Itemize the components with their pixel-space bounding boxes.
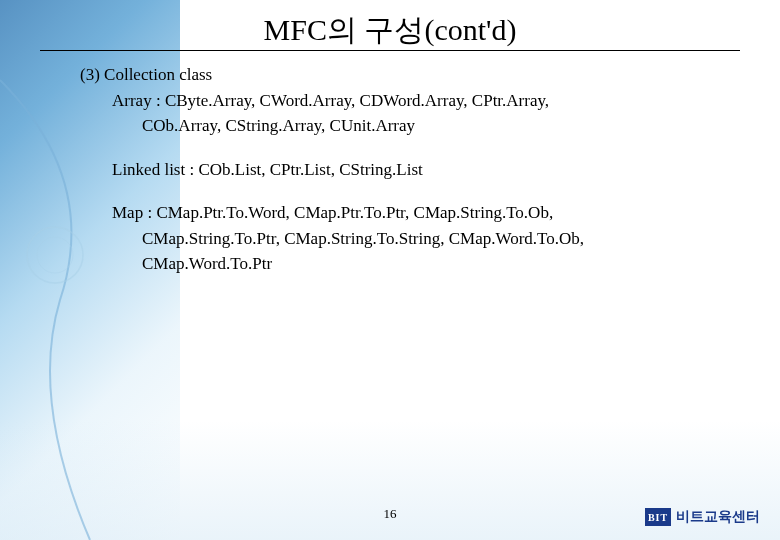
map-label: Map : [112, 203, 152, 222]
map-items-2: CMap.String.To.Ptr, CMap.String.To.Strin… [142, 226, 760, 252]
footer-logo: BIT 비트교육센터 [645, 508, 760, 526]
slide-title: MFC의 구성(cont'd) [0, 10, 780, 51]
map-line-1: Map : CMap.Ptr.To.Word, CMap.Ptr.To.Ptr,… [112, 200, 760, 226]
section-heading-text: Collection class [104, 65, 212, 84]
array-items-2: COb.Array, CString.Array, CUnit.Array [142, 113, 760, 139]
map-items-3: CMap.Word.To.Ptr [142, 251, 760, 277]
map-items-1: CMap.Ptr.To.Word, CMap.Ptr.To.Ptr, CMap.… [156, 203, 553, 222]
title-underline [40, 50, 740, 51]
section-heading: (3) Collection class [80, 62, 760, 88]
array-items-1: CByte.Array, CWord.Array, CDWord.Array, … [165, 91, 549, 110]
section-number: (3) [80, 65, 100, 84]
linkedlist-line: Linked list : COb.List, CPtr.List, CStri… [112, 157, 760, 183]
array-line: Array : CByte.Array, CWord.Array, CDWord… [112, 88, 760, 114]
slide-content: (3) Collection class Array : CByte.Array… [80, 62, 760, 295]
linkedlist-items: COb.List, CPtr.List, CString.List [198, 160, 422, 179]
linkedlist-label: Linked list : [112, 160, 194, 179]
array-label: Array : [112, 91, 161, 110]
logo-text: 비트교육센터 [676, 508, 760, 526]
logo-box: BIT [645, 508, 671, 526]
